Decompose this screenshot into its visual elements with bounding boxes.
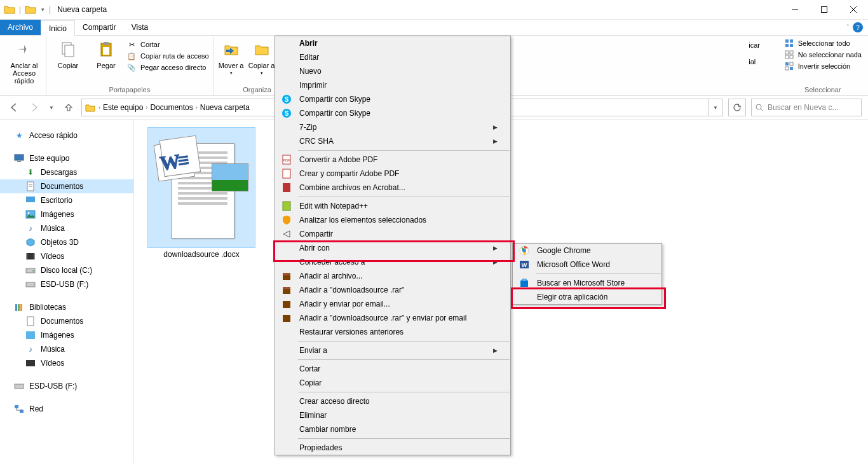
ctx-skype-share[interactable]: SCompartir con Skype [275,92,510,106]
ctx-delete[interactable]: Eliminar [275,408,510,422]
ctx-new[interactable]: Nuevo [275,64,510,78]
notepad-icon [280,201,293,211]
ctx-copy[interactable]: Copiar [275,376,510,390]
sidebar-esd-usb[interactable]: ESD-USB (F:) [0,277,133,291]
sidebar-documents[interactable]: Documentos [0,179,133,193]
sidebar-this-pc[interactable]: Este equipo [0,151,133,165]
minimize-button[interactable] [780,0,810,19]
refresh-button[interactable] [728,99,746,116]
sidebar-pictures[interactable]: Imágenes [0,207,133,221]
ctx-analyze[interactable]: Analizar los elementos seleccionados [275,213,510,227]
ctx-create-shortcut[interactable]: Crear acceso directo [275,394,510,408]
svg-rect-52 [283,169,290,178]
winrar-icon [280,271,293,281]
ctx-add-email[interactable]: Añadir y enviar por email... [275,297,510,311]
back-button[interactable] [6,100,22,115]
cut-button[interactable]: ✂Cortar [126,39,209,50]
ctx-rename[interactable]: Cambiar nombre [275,422,510,436]
breadcrumb-item[interactable]: Este equipo› [103,103,147,112]
svg-rect-8 [103,47,109,55]
qat-chevron-icon[interactable]: ▼ [40,7,45,13]
ctx-crc-sha[interactable]: CRC SHA▶ [275,134,510,148]
file-item[interactable]: W≡ downloadsource .docx [144,127,259,259]
submenu-store[interactable]: Buscar en Microsoft Store [513,276,661,290]
select-none-button[interactable]: No seleccionar nada [784,50,862,60]
ctx-add-rar[interactable]: Añadir a "downloadsource .rar" [275,283,510,297]
ctx-restore-versions[interactable]: Restaurar versiones anteriores [275,325,510,339]
sidebar-desktop[interactable]: Escritorio [0,193,133,207]
ctx-open[interactable]: Abrir [275,36,510,50]
ctx-edit[interactable]: Editar [275,50,510,64]
close-button[interactable] [839,0,868,19]
sidebar-videos[interactable]: Vídeos [0,249,133,263]
ctx-convert-pdf[interactable]: PDFConvertir a Adobe PDF [275,153,510,167]
copy-to-button[interactable]: Copiar a▾ [248,37,276,77]
invert-selection-button[interactable]: Invertir selección [784,61,862,71]
copy-button[interactable]: Copiar [50,37,86,69]
ctx-print[interactable]: Imprimir [275,78,510,92]
sidebar-libraries[interactable]: Bibliotecas [0,300,133,314]
skype-icon: S [280,94,293,104]
pin-icon [14,39,34,60]
sidebar-lib-music[interactable]: ♪Música [0,342,133,356]
sidebar-downloads[interactable]: ⬇Descargas [0,165,133,179]
ctx-notepad[interactable]: Edit with Notepad++ [275,199,510,213]
chevron-up-icon[interactable]: ˆ [847,24,849,31]
ribbon-group-pin: Anclar al Acceso rápido [3,37,46,95]
address-dropdown[interactable]: ▼ [709,99,723,116]
tab-view[interactable]: Vista [124,20,156,35]
up-button[interactable] [61,100,76,115]
store-icon [518,278,531,288]
svg-rect-1 [822,7,827,13]
ctx-send-to[interactable]: Enviar a▶ [275,343,510,357]
ctx-share[interactable]: Compartir [275,227,510,241]
chevron-right-icon[interactable]: › [98,104,100,111]
ctx-grant-access[interactable]: Conceder acceso a▶ [275,255,510,269]
select-all-button[interactable]: Seleccionar todo [784,38,862,48]
ctx-properties[interactable]: Propiedades [275,441,510,455]
help-icon[interactable]: ? [853,22,863,32]
ctx-add-archive[interactable]: Añadir al archivo... [275,269,510,283]
pin-button[interactable]: Anclar al Acceso rápido [6,37,42,85]
file-name: downloadsource .docx [144,250,259,259]
tab-file[interactable]: Archivo [0,20,41,35]
breadcrumb-item[interactable]: Documentos› [150,103,197,112]
shield-icon [280,215,293,225]
tab-share[interactable]: Compartir [75,20,124,35]
svg-rect-19 [785,67,789,70]
submenu-choose-app[interactable]: Elegir otra aplicación [513,290,661,304]
submenu-word[interactable]: WMicrosoft Office Word [513,258,661,272]
ctx-share-pdf[interactable]: Crear y compartir Adobe PDF [275,167,510,181]
sidebar-lib-documents[interactable]: Documentos [0,314,133,328]
ctx-skype-share[interactable]: SCompartir con Skype [275,106,510,120]
ctx-add-rar-email[interactable]: Añadir a "downloadsource .rar" y enviar … [275,311,510,325]
sidebar-esd-usb-2[interactable]: ESD-USB (F:) [0,379,133,393]
tab-home[interactable]: Inicio [41,20,75,36]
search-input[interactable]: Buscar en Nueva c... [751,99,862,116]
copy-path-button[interactable]: 📋Copiar ruta de acceso [126,51,209,61]
sidebar-lib-pictures[interactable]: Imágenes [0,328,133,342]
ctx-7zip[interactable]: 7-Zip▶ [275,120,510,134]
ctx-cut[interactable]: Cortar [275,362,510,376]
svg-rect-66 [522,279,526,281]
sidebar-lib-videos[interactable]: Vídeos [0,356,133,370]
svg-rect-23 [15,155,24,160]
submenu-chrome[interactable]: Google Chrome [513,244,661,258]
breadcrumb-item[interactable]: Nueva carpeta [200,103,250,112]
sidebar-3d-objects[interactable]: Objetos 3D [0,235,133,249]
sidebar-local-disk[interactable]: Disco local (C:) [0,263,133,277]
sidebar-quick-access[interactable]: ★Acceso rápido [0,128,133,142]
move-button[interactable]: Mover a▾ [217,37,245,77]
forward-button[interactable] [27,100,42,115]
maximize-button[interactable] [810,0,839,19]
ribbon-partial-text: icar [749,38,760,52]
sidebar-music[interactable]: ♪Música [0,221,133,235]
paste-button[interactable]: Pegar [88,37,124,69]
word-icon: W [518,259,531,270]
sidebar-network[interactable]: Red [0,402,133,416]
ctx-combine-acrobat[interactable]: Combine archivos en Acrobat... [275,181,510,195]
history-dropdown[interactable]: ▼ [47,100,56,115]
copy-to-icon [252,39,272,60]
ctx-open-with[interactable]: Abrir con▶ [275,241,510,255]
paste-shortcut-button[interactable]: 📎Pegar acceso directo [126,62,209,73]
